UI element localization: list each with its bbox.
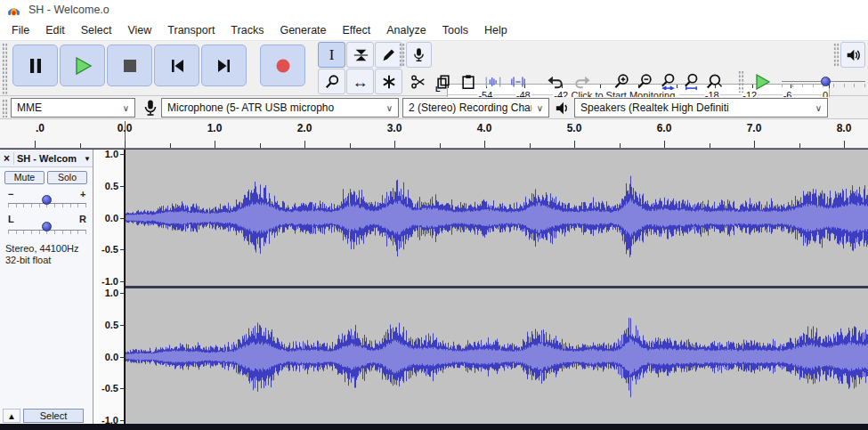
ruler-label: 8.0 — [837, 122, 852, 134]
scale-tick — [120, 293, 124, 294]
track-name-label: SH - Welcom — [17, 153, 77, 164]
chevron-down-icon: ∨ — [531, 103, 543, 113]
menu-item-edit[interactable]: Edit — [37, 21, 73, 39]
fit-project-icon — [683, 73, 700, 90]
menu-item-effect[interactable]: Effect — [335, 21, 379, 39]
menu-item-tools[interactable]: Tools — [434, 21, 476, 39]
menu-item-help[interactable]: Help — [476, 21, 515, 39]
device-toolbar: MME∨ Microphone (5- ATR USB micropho∨ 2 … — [0, 97, 868, 119]
scissors-icon — [410, 74, 426, 90]
ruler-label-partial: .0 — [36, 122, 45, 134]
track-area: × SH - Welcom ▼ Mute Solo − + L R Stereo… — [0, 149, 868, 424]
silence-selection-button[interactable] — [507, 69, 530, 93]
track-name-menu[interactable]: SH - Welcom ▼ — [14, 153, 93, 164]
meter-toolbar-grip[interactable] — [399, 43, 405, 67]
zoom-tool-button[interactable] — [318, 69, 345, 94]
playhead-line — [125, 150, 126, 425]
trim-outside-selection-button[interactable] — [482, 69, 505, 93]
scale-tick — [120, 281, 124, 282]
bottom-edge — [0, 424, 868, 430]
zoom-out-button[interactable] — [634, 69, 656, 93]
input-device-mic-icon — [142, 99, 159, 117]
fit-project-button[interactable] — [680, 69, 702, 93]
zoom-in-button[interactable] — [611, 69, 633, 93]
playback-speed-slider[interactable] — [782, 75, 865, 89]
mute-button[interactable]: Mute — [4, 171, 45, 184]
gain-slider-thumb[interactable] — [42, 195, 52, 205]
skip-to-end-button[interactable] — [201, 45, 247, 86]
multi-tool-button[interactable] — [375, 69, 402, 94]
zoom-in-icon — [613, 73, 630, 90]
ruler-label: 6.0 — [657, 122, 672, 134]
redo-button[interactable] — [570, 69, 595, 93]
play-at-speed-grip[interactable] — [738, 70, 744, 93]
ruler-label: 2.0 — [297, 122, 312, 134]
collapse-track-button[interactable]: ▲ — [3, 409, 20, 423]
playback-device-select[interactable]: Speakers (Realtek High Definiti∨ — [574, 98, 828, 118]
solo-button[interactable]: Solo — [47, 171, 87, 184]
pencil-icon — [381, 47, 396, 62]
ruler-tick — [754, 141, 755, 148]
time-shift-tool-button[interactable]: ↔ — [346, 69, 374, 94]
paste-button[interactable] — [457, 69, 480, 93]
menu-item-generate[interactable]: Generate — [272, 21, 334, 39]
transport-toolbar-grip[interactable] — [2, 43, 8, 94]
record-meter-mic-button[interactable] — [406, 42, 432, 68]
selection-tool-button[interactable]: I — [318, 42, 345, 68]
track-close-button[interactable]: × — [0, 152, 14, 165]
speaker-icon — [845, 47, 861, 63]
stop-button[interactable] — [107, 45, 152, 86]
meter-tick — [600, 85, 601, 88]
scale-tick — [120, 388, 124, 389]
menu-item-file[interactable]: File — [4, 21, 37, 39]
pause-button[interactable] — [12, 45, 58, 86]
play-button[interactable] — [60, 45, 105, 86]
select-track-button[interactable]: Select — [23, 409, 84, 423]
play-at-speed-button[interactable] — [749, 69, 775, 93]
recording-device-select[interactable]: Microphone (5- ATR USB micropho∨ — [161, 98, 399, 118]
pan-slider-thumb[interactable] — [42, 222, 52, 231]
window-title: SH - Welcome.o — [28, 4, 110, 16]
track-header: × SH - Welcom ▼ — [0, 150, 93, 167]
ruler-tick — [530, 143, 531, 148]
audio-host-select[interactable]: MME∨ — [11, 98, 135, 118]
scale-label: 1.0 — [105, 288, 118, 298]
vertical-scale-ruler[interactable]: 1.00.50.0-0.5-1.01.00.50.0-0.5-1.0 — [93, 150, 125, 425]
envelope-tool-button[interactable] — [346, 42, 374, 68]
waveform-channel-left[interactable] — [126, 150, 868, 286]
ruler-label: 1.0 — [207, 122, 223, 134]
undo-icon — [547, 74, 564, 90]
ruler-tick — [125, 141, 126, 148]
scale-label: 1.0 — [105, 149, 118, 159]
copy-button[interactable] — [432, 69, 455, 93]
menu-item-view[interactable]: View — [119, 21, 159, 39]
waveform-channel-right[interactable] — [126, 288, 868, 425]
ruler-tick — [664, 141, 665, 148]
playback-speed-slider-thumb[interactable] — [821, 77, 831, 86]
menu-item-tracks[interactable]: Tracks — [223, 21, 272, 39]
output-device-speaker-icon — [554, 100, 571, 117]
magnifier-icon — [324, 74, 340, 90]
playback-meter-grip[interactable] — [833, 43, 840, 67]
copy-icon — [435, 74, 451, 90]
menu-item-transport[interactable]: Transport — [159, 21, 223, 39]
menu-item-analyze[interactable]: Analyze — [378, 21, 434, 39]
asterisk-icon — [381, 74, 397, 90]
zoom-toggle-button[interactable] — [703, 69, 726, 93]
ruler-label: 5.0 — [567, 122, 582, 134]
skip-to-start-button[interactable] — [154, 45, 199, 86]
playback-meter-speaker-button[interactable] — [840, 42, 865, 68]
fit-selection-button[interactable] — [657, 69, 679, 93]
cut-button[interactable] — [407, 69, 430, 93]
undo-button[interactable] — [543, 69, 568, 93]
device-toolbar-grip[interactable] — [2, 99, 8, 118]
record-button[interactable] — [260, 45, 305, 86]
fit-selection-icon — [660, 73, 677, 90]
menu-item-select[interactable]: Select — [73, 21, 120, 39]
scale-tick — [120, 186, 124, 187]
timeline-ruler[interactable]: .00.01.02.03.04.05.06.07.08.0 — [0, 119, 868, 149]
recording-channels-select[interactable]: 2 (Stereo) Recording Chann∨ — [402, 98, 549, 118]
zoom-out-icon — [637, 73, 653, 90]
scale-label: 0.0 — [105, 352, 118, 362]
trim-audio-icon — [484, 74, 502, 90]
